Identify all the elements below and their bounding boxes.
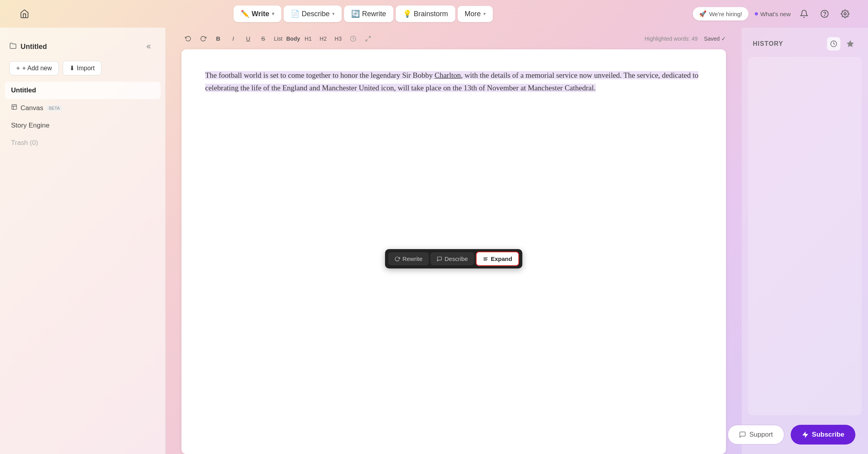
- float-describe-label: Describe: [445, 255, 468, 262]
- h2-button[interactable]: H2: [316, 32, 330, 45]
- import-icon: ⬇: [69, 64, 75, 72]
- history-content: [748, 57, 862, 415]
- subscribe-button[interactable]: Subscribe: [791, 425, 855, 445]
- sidebar-item-trash[interactable]: Trash (0): [0, 134, 165, 152]
- list-button[interactable]: List: [271, 32, 285, 45]
- more-chevron: ▾: [483, 11, 486, 17]
- undo-button[interactable]: [181, 32, 195, 45]
- h3-label: H3: [335, 36, 342, 42]
- hiring-icon: 🚀: [699, 10, 707, 17]
- home-icon[interactable]: [16, 5, 33, 23]
- plus-icon: +: [16, 65, 20, 72]
- brainstorm-icon: 💡: [403, 9, 412, 18]
- svg-line-6: [366, 39, 368, 41]
- float-expand-label: Expand: [491, 255, 512, 262]
- sidebar-item-canvas-label: Canvas: [21, 104, 43, 112]
- settings-button[interactable]: [838, 7, 852, 21]
- brainstorm-button[interactable]: 💡 Brainstorm: [396, 6, 455, 22]
- expand-tool-button[interactable]: [361, 32, 375, 45]
- write-button[interactable]: ✏️ Write ▾: [234, 6, 281, 22]
- editor-header: B I U S List Body: [166, 28, 742, 49]
- charlton-underlined: Charlton: [435, 71, 461, 79]
- more-label: More: [465, 10, 481, 18]
- left-panel: Untitled + + Add new ⬇ Import: [0, 28, 166, 454]
- content-wrapper: Untitled + + Add new ⬇ Import: [0, 28, 868, 454]
- support-label: Support: [749, 431, 773, 439]
- panel-title: Untitled: [9, 42, 47, 51]
- underline-button[interactable]: U: [241, 32, 255, 45]
- sidebar-item-untitled-label: Untitled: [11, 86, 36, 94]
- selected-text: The football world is set to come togeth…: [205, 71, 698, 92]
- bold-label: B: [216, 35, 221, 42]
- editor-status: Highlighted words: 49 Saved ✓: [645, 36, 726, 42]
- strikethrough-label: S: [261, 35, 265, 42]
- brainstorm-label: Brainstorm: [414, 10, 448, 18]
- whats-new-label: What's new: [760, 11, 791, 17]
- h1-label: H1: [305, 36, 312, 42]
- editor-content[interactable]: The football world is set to come togeth…: [181, 49, 726, 454]
- write-chevron: ▾: [272, 11, 274, 17]
- float-describe-button[interactable]: Describe: [430, 252, 474, 265]
- list-label: List: [274, 36, 282, 42]
- history-star-button[interactable]: [844, 37, 857, 51]
- body-button[interactable]: Body: [286, 32, 300, 45]
- describe-icon: 📄: [291, 9, 299, 18]
- h3-button[interactable]: H3: [331, 32, 345, 45]
- add-new-button[interactable]: + + Add new: [9, 61, 59, 75]
- svg-marker-13: [803, 432, 808, 438]
- strikethrough-button[interactable]: S: [256, 32, 270, 45]
- center-column: B I U S List Body: [166, 28, 742, 454]
- svg-marker-12: [847, 41, 853, 47]
- sidebar-item-story-engine[interactable]: Story Engine: [0, 117, 165, 134]
- subscribe-label: Subscribe: [812, 431, 844, 439]
- bell-button[interactable]: [797, 7, 811, 21]
- support-button[interactable]: Support: [728, 425, 784, 445]
- right-panel: HISTORY: [742, 28, 868, 454]
- history-header: HISTORY: [742, 28, 868, 57]
- saved-button[interactable]: Saved ✓: [704, 36, 726, 42]
- describe-chevron: ▾: [332, 11, 335, 17]
- italic-label: I: [232, 35, 234, 42]
- sidebar-title: Untitled: [21, 43, 47, 51]
- sidebar-item-canvas[interactable]: Canvas BETA: [0, 99, 165, 117]
- bold-button[interactable]: B: [211, 32, 225, 45]
- canvas-icon: [11, 104, 17, 112]
- rewrite-label: Rewrite: [362, 10, 386, 18]
- saved-check-icon: ✓: [721, 36, 726, 42]
- float-rewrite-button[interactable]: Rewrite: [388, 252, 429, 265]
- beta-badge: BETA: [47, 105, 62, 111]
- history-icons: [827, 37, 857, 51]
- clock-tool-button[interactable]: [346, 32, 360, 45]
- import-button[interactable]: ⬇ Import: [63, 61, 101, 75]
- underline-label: U: [246, 35, 251, 42]
- sidebar-item-untitled[interactable]: Untitled: [5, 82, 161, 99]
- italic-button[interactable]: I: [226, 32, 240, 45]
- describe-button[interactable]: 📄 Describe ▾: [284, 6, 342, 22]
- hiring-badge[interactable]: 🚀 We're hiring!: [693, 7, 748, 21]
- history-title: HISTORY: [753, 40, 783, 47]
- whats-new-dot: [755, 12, 758, 15]
- app-wrapper: ✏️ Write ▾ 📄 Describe ▾ 🔄 Rewrite 💡 Brai…: [0, 0, 868, 454]
- h2-label: H2: [320, 36, 327, 42]
- rewrite-button[interactable]: 🔄 Rewrite: [344, 6, 393, 22]
- write-icon: ✏️: [241, 9, 249, 18]
- add-new-label: + Add new: [22, 65, 52, 72]
- editor-text: The football world is set to come togeth…: [205, 69, 702, 95]
- panel-actions: + + Add new ⬇ Import: [0, 61, 165, 75]
- highlighted-words: Highlighted words: 49: [645, 36, 698, 42]
- top-nav: ✏️ Write ▾ 📄 Describe ▾ 🔄 Rewrite 💡 Brai…: [0, 0, 868, 28]
- bottom-buttons: Support Subscribe: [742, 415, 868, 454]
- collapse-button[interactable]: [143, 40, 156, 53]
- svg-line-5: [369, 36, 370, 38]
- sidebar-item-story-engine-label: Story Engine: [11, 122, 49, 129]
- whats-new-badge[interactable]: What's new: [755, 11, 791, 17]
- more-button[interactable]: More ▾: [458, 6, 493, 22]
- float-rewrite-label: Rewrite: [402, 255, 423, 262]
- import-label: Import: [77, 65, 95, 72]
- describe-label: Describe: [302, 10, 330, 18]
- float-expand-button[interactable]: Expand: [476, 251, 519, 266]
- h1-button[interactable]: H1: [301, 32, 315, 45]
- redo-button[interactable]: [196, 32, 210, 45]
- history-clock-button[interactable]: [827, 37, 840, 51]
- help-button[interactable]: [817, 7, 832, 21]
